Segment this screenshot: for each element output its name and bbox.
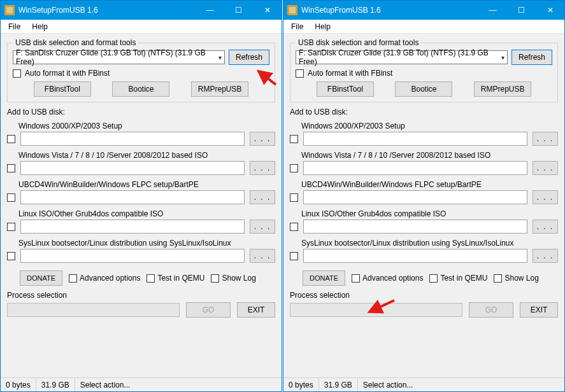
- autoformat-label: Auto format it with FBinst: [308, 69, 392, 78]
- checkbox-icon: [69, 274, 77, 283]
- process-label: Process selection: [7, 291, 275, 300]
- browse-button[interactable]: . . .: [250, 161, 275, 175]
- go-button[interactable]: GO: [469, 302, 513, 318]
- browse-button[interactable]: . . .: [533, 190, 558, 204]
- status-bytes: 0 bytes: [1, 378, 36, 391]
- browse-button[interactable]: . . .: [250, 249, 275, 263]
- disk-group: USB disk selection and format tools F: S…: [290, 43, 558, 102]
- refresh-button[interactable]: Refresh: [229, 50, 269, 65]
- refresh-button[interactable]: Refresh: [511, 50, 552, 65]
- add-item-label: Linux ISO/Other Grub4dos compatible ISO: [301, 209, 558, 218]
- add-item-checkbox[interactable]: [290, 223, 298, 231]
- browse-button[interactable]: . . .: [533, 132, 558, 146]
- fbinst-tool-button[interactable]: FBinstTool: [317, 81, 374, 97]
- add-item-path-input[interactable]: [303, 249, 527, 263]
- progress-bar: [7, 303, 180, 317]
- advanced-options-label: Advanced options: [80, 274, 140, 283]
- add-item-path-input[interactable]: [303, 132, 527, 146]
- add-item-label: Linux ISO/Other Grub4dos compatible ISO: [18, 209, 275, 218]
- client-area: USB disk selection and format tools F: S…: [1, 34, 282, 377]
- maximize-button[interactable]: ☐: [224, 1, 253, 20]
- bootice-button[interactable]: Bootice: [395, 81, 452, 97]
- status-size: 31.9 GB: [319, 378, 358, 391]
- browse-button[interactable]: . . .: [533, 249, 558, 263]
- donate-button[interactable]: DONATE: [303, 270, 345, 286]
- menu-file[interactable]: File: [286, 21, 308, 32]
- show-log-label: Show Log: [504, 274, 538, 283]
- fbinst-tool-button[interactable]: FBinstTool: [34, 81, 91, 97]
- add-item-checkbox[interactable]: [7, 223, 15, 231]
- autoformat-checkbox[interactable]: Auto format it with FBinst: [296, 69, 552, 78]
- menu-help[interactable]: Help: [27, 21, 53, 32]
- test-qemu-checkbox[interactable]: Test in QEMU: [429, 274, 487, 283]
- drive-select[interactable]: F: SanDisk Cruzer Glide (31.9 GB Tot) (N…: [296, 50, 508, 64]
- exit-button[interactable]: EXIT: [237, 302, 275, 318]
- add-item-3: Linux ISO/Other Grub4dos compatible ISO …: [18, 209, 275, 234]
- exit-button[interactable]: EXIT: [520, 302, 558, 318]
- browse-button[interactable]: . . .: [533, 220, 558, 234]
- chevron-down-icon: ▾: [501, 54, 504, 61]
- test-qemu-checkbox[interactable]: Test in QEMU: [147, 274, 204, 283]
- add-item-checkbox[interactable]: [290, 135, 298, 143]
- titlebar[interactable]: WinSetupFromUSB 1.6 — ☐ ✕: [283, 1, 564, 20]
- minimize-button[interactable]: —: [196, 1, 224, 20]
- advanced-options-checkbox[interactable]: Advanced options: [352, 274, 423, 283]
- disk-group-legend: USB disk selection and format tools: [296, 38, 421, 47]
- app-window-right: WinSetupFromUSB 1.6 — ☐ ✕ File Help USB …: [283, 0, 565, 392]
- add-item-checkbox[interactable]: [7, 252, 15, 260]
- status-action: Select action...: [358, 378, 564, 391]
- add-item-checkbox[interactable]: [290, 164, 298, 172]
- menubar: File Help: [283, 20, 564, 34]
- add-item-path-input[interactable]: [20, 161, 245, 175]
- add-item-checkbox[interactable]: [7, 193, 15, 202]
- browse-button[interactable]: . . .: [250, 220, 275, 234]
- add-item-label: Windows 2000/XP/2003 Setup: [301, 122, 558, 130]
- maximize-button[interactable]: ☐: [507, 1, 536, 20]
- add-item-3: Linux ISO/Other Grub4dos compatible ISO …: [301, 209, 558, 234]
- close-button[interactable]: ✕: [253, 1, 282, 20]
- add-item-path-input[interactable]: [303, 161, 527, 175]
- bootice-button[interactable]: Bootice: [112, 81, 169, 97]
- add-item-0: Windows 2000/XP/2003 Setup . . .: [18, 122, 275, 146]
- add-item-checkbox[interactable]: [7, 164, 15, 172]
- browse-button[interactable]: . . .: [250, 190, 275, 204]
- titlebar[interactable]: WinSetupFromUSB 1.6 — ☐ ✕: [1, 1, 282, 20]
- autoformat-checkbox[interactable]: Auto format it with FBinst: [13, 69, 269, 78]
- menu-help[interactable]: Help: [310, 21, 336, 32]
- drive-select-value: F: SanDisk Cruzer Glide (31.9 GB Tot) (N…: [16, 48, 218, 66]
- rmprepusb-button[interactable]: RMPrepUSB: [191, 81, 248, 97]
- show-log-label: Show Log: [222, 274, 255, 283]
- disk-group: USB disk selection and format tools F: S…: [7, 43, 275, 102]
- show-log-checkbox[interactable]: Show Log: [211, 274, 255, 283]
- add-item-path-input[interactable]: [20, 249, 245, 263]
- advanced-options-checkbox[interactable]: Advanced options: [69, 274, 140, 283]
- add-item-checkbox[interactable]: [7, 135, 15, 143]
- add-item-path-input[interactable]: [20, 220, 245, 234]
- browse-button[interactable]: . . .: [533, 161, 558, 175]
- rmprepusb-button[interactable]: RMPrepUSB: [474, 81, 531, 97]
- go-button[interactable]: GO: [186, 302, 231, 318]
- process-section: Process selection GO EXIT: [7, 291, 275, 318]
- drive-select[interactable]: F: SanDisk Cruzer Glide (31.9 GB Tot) (N…: [13, 50, 225, 64]
- show-log-checkbox[interactable]: Show Log: [494, 274, 538, 283]
- autoformat-label: Auto format it with FBinst: [25, 69, 110, 78]
- advanced-options-label: Advanced options: [362, 274, 423, 283]
- checkbox-icon: [352, 274, 360, 283]
- add-item-checkbox[interactable]: [290, 252, 298, 260]
- minimize-button[interactable]: —: [478, 1, 507, 20]
- browse-button[interactable]: . . .: [250, 132, 275, 146]
- donate-button[interactable]: DONATE: [20, 270, 62, 286]
- lower-row: DONATE Advanced options Test in QEMU Sho…: [290, 270, 558, 286]
- add-item-path-input[interactable]: [303, 220, 527, 234]
- add-section: Windows 2000/XP/2003 Setup . . . Windows…: [7, 122, 275, 263]
- menu-file[interactable]: File: [3, 21, 25, 32]
- checkbox-icon: [147, 274, 155, 283]
- close-button[interactable]: ✕: [536, 1, 564, 20]
- add-item-checkbox[interactable]: [290, 193, 298, 202]
- add-item-path-input[interactable]: [20, 132, 245, 146]
- add-item-path-input[interactable]: [303, 190, 527, 204]
- checkbox-icon: [296, 69, 304, 78]
- disk-group-legend: USB disk selection and format tools: [13, 38, 138, 47]
- add-header: Add to USB disk:: [7, 108, 275, 116]
- add-item-path-input[interactable]: [20, 190, 245, 204]
